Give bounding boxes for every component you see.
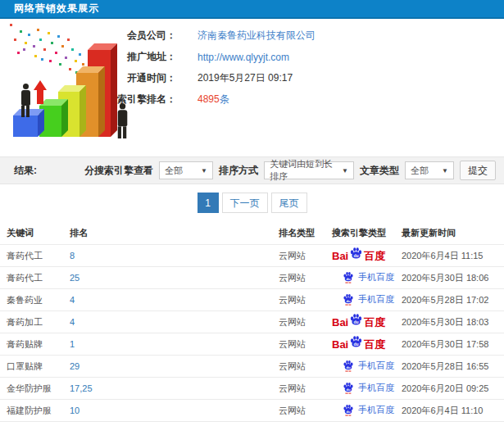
rank-type-cell: 云网站 [279, 294, 332, 306]
chevron-down-icon: ▼ [342, 167, 348, 174]
baidu-logo: Baidu百度 [332, 337, 385, 351]
update-time-cell: 2020年6月4日 11:15 [402, 250, 504, 262]
header-engine-type: 搜索引擎类型 [332, 227, 402, 239]
keyword-cell: 膏药贴牌 [7, 338, 70, 351]
engine-cell: du手机百度 [332, 360, 402, 374]
sort-select[interactable]: 关键词由短到长排序 ▼ [264, 161, 354, 179]
member-company-link[interactable]: 济南秦鲁药业科技有限公司 [198, 29, 316, 43]
mobile-baidu-logo: du手机百度 [343, 382, 394, 394]
table-row-partial: du手机百度 [0, 421, 504, 426]
rank-type-cell: 云网站 [279, 360, 332, 373]
rank-type-cell: 云网站 [279, 405, 332, 417]
table-row: 秦鲁药业4云网站du手机百度2020年5月28日 17:02 [0, 288, 504, 310]
table-row: 福建防护服10云网站du手机百度2020年6月4日 11:10 [0, 399, 504, 421]
submit-button[interactable]: 提交 [460, 161, 496, 180]
member-company-row: 会员公司： 济南秦鲁药业科技有限公司 [97, 27, 316, 44]
engine-view-select[interactable]: 全部 ▼ [159, 161, 213, 179]
keyword-cell: 金华防护服 [7, 383, 70, 395]
svg-text:du: du [354, 342, 359, 347]
results-table: 关键词 排名 排名类型 搜索引擎类型 最新更新时间 膏药代工8云网站Baidu百… [0, 221, 504, 426]
member-company-label: 会员公司： [97, 29, 176, 43]
svg-text:du: du [354, 253, 359, 258]
baidu-paw-icon: du [343, 293, 354, 306]
businessman-figure [18, 84, 33, 117]
baidu-logo: Baidu百度 [332, 248, 385, 263]
update-time-cell: 2020年5月28日 16:55 [402, 360, 504, 373]
article-type-selected: 全部 [411, 165, 429, 177]
baidu-paw-icon: du [343, 382, 354, 394]
filter-controls: 分搜索引擎查看 全部 ▼ 排序方式 关键词由短到长排序 ▼ 文章类型 全部 ▼ … [84, 161, 496, 180]
article-type-select[interactable]: 全部 ▼ [405, 161, 454, 179]
update-time-cell: 2020年5月30日 17:58 [402, 338, 504, 351]
engine-cell: Baidu百度 [332, 337, 402, 351]
rank-link[interactable]: 4 [70, 295, 279, 305]
page-1-button[interactable]: 1 [198, 193, 219, 213]
svg-text:du: du [346, 276, 351, 280]
title-bar: 网络营销效果展示 [0, 0, 504, 19]
svg-text:du: du [346, 365, 351, 369]
svg-text:du: du [346, 409, 351, 413]
promo-url-link[interactable]: http://www.qlyyjt.com [198, 52, 289, 63]
baidu-paw-icon: du [349, 313, 363, 328]
table-row: 膏药代工25云网站du手机百度2020年5月30日 18:06 [0, 266, 504, 288]
engine-cell: du手机百度 [332, 293, 402, 307]
update-time-cell: 2020年5月28日 17:02 [402, 294, 504, 306]
table-row: 膏药贴牌1云网站Baidu百度2020年5月30日 17:58 [0, 333, 504, 355]
chart-bar-blue [13, 116, 38, 137]
sort-label: 排序方式 [219, 164, 258, 178]
rank-link[interactable]: 29 [70, 361, 279, 371]
table-row: 膏药代工8云网站Baidu百度2020年6月4日 11:15 [0, 244, 504, 266]
table-row: 金华防护服17,25云网站du手机百度2020年6月20日 09:25 [0, 377, 504, 399]
next-page-button[interactable]: 下一页 [222, 193, 268, 213]
engine-cell: du手机百度 [332, 271, 402, 285]
confetti-dots-icon [10, 24, 12, 26]
result-label: 结果: [14, 164, 37, 178]
rank-type-cell: 云网站 [279, 316, 332, 329]
table-row: 膏药加工4云网站Baidu百度2020年5月30日 18:03 [0, 310, 504, 333]
baidu-paw-icon: du [343, 271, 354, 283]
keyword-cell: 膏药加工 [7, 316, 70, 329]
top-section: 会员公司： 济南秦鲁药业科技有限公司 推广地址： http://www.qlyy… [0, 19, 504, 156]
keyword-cell: 膏药代工 [7, 250, 70, 262]
rank-type-cell: 云网站 [279, 272, 332, 284]
update-time-cell: 2020年5月30日 18:03 [402, 316, 504, 329]
keyword-cell: 口罩贴牌 [7, 360, 70, 373]
rank-link[interactable]: 10 [70, 406, 279, 415]
keyword-cell: 秦鲁药业 [7, 294, 70, 306]
header-rank: 排名 [70, 227, 279, 239]
svg-text:du: du [346, 387, 351, 391]
header-update-time: 最新更新时间 [402, 227, 504, 239]
chevron-down-icon: ▼ [201, 167, 207, 174]
mobile-baidu-logo: du手机百度 [343, 293, 394, 306]
rank-link[interactable]: 1 [70, 339, 279, 349]
baidu-paw-icon: du [349, 335, 363, 350]
article-type-label: 文章类型 [360, 164, 399, 178]
rank-link[interactable]: 8 [70, 251, 279, 261]
page-title: 网络营销效果展示 [14, 2, 99, 16]
rank-link[interactable]: 25 [70, 273, 279, 283]
growth-arrow-icon [34, 80, 47, 104]
engine-cell: Baidu百度 [332, 248, 402, 263]
rank-link[interactable]: 4 [70, 317, 279, 327]
table-header-row: 关键词 排名 排名类型 搜索引擎类型 最新更新时间 [0, 221, 504, 244]
engine-cell: du手机百度 [332, 404, 402, 418]
filter-bar: 结果: 分搜索引擎查看 全部 ▼ 排序方式 关键词由短到长排序 ▼ 文章类型 全… [0, 156, 504, 184]
rank-link[interactable]: 17,25 [70, 383, 279, 393]
last-page-button[interactable]: 尾页 [271, 193, 307, 213]
chevron-down-icon: ▼ [442, 167, 448, 174]
rank-type-cell: 云网站 [279, 250, 332, 262]
update-time-cell: 2020年6月20日 09:25 [402, 383, 504, 395]
engine-view-label: 分搜索引擎查看 [84, 164, 153, 178]
rank-type-cell: 云网站 [279, 338, 332, 351]
pagination: 1 下一页 尾页 [0, 184, 504, 221]
mobile-baidu-logo: du手机百度 [343, 404, 394, 416]
promo-url-row: 推广地址： http://www.qlyyjt.com [97, 48, 316, 66]
baidu-paw-icon: du [343, 360, 354, 372]
header-rank-type: 排名类型 [279, 227, 332, 239]
engine-cell: du手机百度 [332, 382, 402, 396]
engine-cell: Baidu百度 [332, 315, 402, 329]
keyword-cell: 福建防护服 [7, 405, 70, 417]
svg-text:du: du [354, 320, 359, 324]
update-time-cell: 2020年5月30日 18:06 [402, 272, 504, 284]
mobile-baidu-logo: du手机百度 [343, 271, 394, 283]
